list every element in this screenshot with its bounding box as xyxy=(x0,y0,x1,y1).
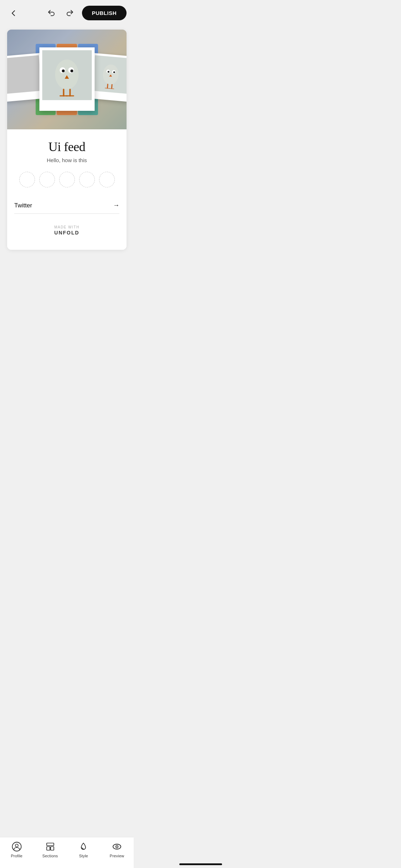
polaroid-right xyxy=(89,53,127,102)
social-circle-5[interactable] xyxy=(99,172,115,187)
story-subtitle: Hello, how is this xyxy=(14,157,119,163)
content-area: Ui feed Hello, how is this Twitter → MAD… xyxy=(7,129,127,250)
story-card: Ui feed Hello, how is this Twitter → MAD… xyxy=(7,30,127,250)
twitter-label: Twitter xyxy=(14,202,32,209)
redo-button[interactable] xyxy=(63,7,76,20)
svg-point-13 xyxy=(62,69,65,72)
twitter-link-row[interactable]: Twitter → xyxy=(14,197,119,214)
social-circle-1[interactable] xyxy=(19,172,35,187)
made-with-footer: MADE WITH UNFOLD xyxy=(14,214,119,241)
link-arrow-icon: → xyxy=(113,202,119,209)
svg-point-0 xyxy=(102,64,119,85)
collage-area xyxy=(7,30,127,129)
social-circles xyxy=(14,172,119,187)
svg-line-7 xyxy=(112,84,112,89)
svg-line-6 xyxy=(107,84,108,88)
top-bar: PUBLISH xyxy=(0,0,134,26)
svg-point-10 xyxy=(55,60,79,89)
svg-line-9 xyxy=(109,89,114,89)
story-title: Ui feed xyxy=(14,139,119,154)
social-circle-3[interactable] xyxy=(59,172,75,187)
made-with-brand: UNFOLD xyxy=(14,230,119,236)
back-button[interactable] xyxy=(7,7,20,20)
publish-button[interactable]: PUBLISH xyxy=(82,6,127,20)
social-circle-2[interactable] xyxy=(39,172,55,187)
svg-line-8 xyxy=(105,88,109,89)
polaroid-center xyxy=(39,47,94,111)
svg-point-14 xyxy=(71,69,73,72)
undo-button[interactable] xyxy=(45,7,58,20)
social-circle-4[interactable] xyxy=(79,172,95,187)
made-with-label: MADE WITH xyxy=(14,225,119,229)
